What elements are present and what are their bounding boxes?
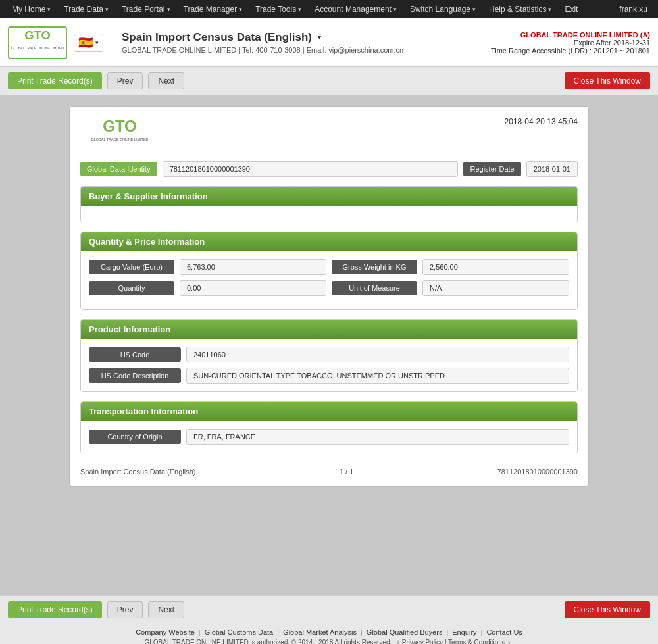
transportation-body: Country of Origin FR, FRA, FRANCE bbox=[81, 421, 577, 453]
transportation-section: Transportation Information Country of Or… bbox=[80, 401, 578, 453]
prev-button-top[interactable]: Prev bbox=[107, 72, 143, 89]
product-header: Product Information bbox=[81, 320, 577, 339]
close-button-bottom[interactable]: Close This Window bbox=[565, 601, 650, 618]
footer-global-market[interactable]: Global Market Analysis bbox=[283, 628, 357, 636]
buyer-supplier-section: Buyer & Supplier Information bbox=[80, 186, 578, 222]
bottom-action-bar: Print Trade Record(s) Prev Next Close Th… bbox=[0, 595, 658, 624]
account-area: GLOBAL TRADE ONLINE LIMITED (A) Expire A… bbox=[491, 31, 650, 55]
hs-code-desc-label: HS Code Description bbox=[89, 368, 181, 383]
header-bar: GTO GLOBAL TRADE ONLINE LIMITED 🇪🇸 ▾ Spa… bbox=[0, 18, 658, 67]
site-footer: Company Website | Global Customs Data | … bbox=[0, 624, 658, 644]
card-logo: GTO GLOBAL TRADE ONLINE LIMITED bbox=[80, 117, 159, 152]
top-action-bar: Print Trade Record(s) Prev Next Close Th… bbox=[0, 67, 658, 95]
footer-contact-us[interactable]: Contact Us bbox=[486, 628, 522, 636]
header-title-area: Spain Import Census Data (English) ▾ GLO… bbox=[122, 31, 491, 54]
nav-trade-manager-arrow: ▾ bbox=[239, 6, 242, 12]
nav-my-home-arrow: ▾ bbox=[47, 6, 51, 12]
logo-area: GTO GLOBAL TRADE ONLINE LIMITED 🇪🇸 ▾ bbox=[8, 26, 103, 59]
nav-trade-manager[interactable]: Trade Manager ▾ bbox=[177, 0, 249, 18]
prev-button-bottom[interactable]: Prev bbox=[107, 601, 143, 618]
record-timestamp: 2018-04-20 13:45:04 bbox=[505, 117, 578, 126]
footer-global-buyers[interactable]: Global Qualified Buyers bbox=[367, 628, 443, 636]
footer-global-customs[interactable]: Global Customs Data bbox=[205, 628, 274, 636]
footer-terms-link[interactable]: Terms & Conditions bbox=[448, 639, 505, 644]
qp-col-quantity: Quantity 0.00 bbox=[89, 280, 326, 296]
nav-account-arrow: ▾ bbox=[393, 6, 397, 12]
footer-sep-5: | bbox=[481, 628, 483, 636]
gross-weight-label: Gross Weight in KG bbox=[332, 260, 417, 274]
flag-icon: 🇪🇸 bbox=[78, 36, 93, 50]
record-footer-center: 1 / 1 bbox=[340, 468, 353, 476]
hs-code-row: HS Code 24011060 bbox=[89, 347, 569, 362]
ldr-range: Time Range Accessible (LDR) : 201201 ~ 2… bbox=[491, 47, 650, 55]
nav-help-statistics[interactable]: Help & Statistics ▾ bbox=[482, 0, 558, 18]
close-button-top[interactable]: Close This Window bbox=[565, 72, 650, 89]
nav-trade-portal-arrow: ▾ bbox=[167, 6, 170, 12]
quantity-price-body: Cargo Value (Euro) 6,763.00 Gross Weight… bbox=[81, 251, 577, 309]
country-of-origin-label: Country of Origin bbox=[89, 430, 181, 444]
nav-exit[interactable]: Exit bbox=[558, 0, 584, 18]
gross-weight-value: 2,560.00 bbox=[422, 259, 569, 275]
unit-of-measure-label: Unit of Measure bbox=[332, 281, 417, 295]
footer-enquiry[interactable]: Enquiry bbox=[452, 628, 476, 636]
title-dropdown-arrow: ▾ bbox=[318, 34, 321, 41]
global-data-identity-value: 78112018010000001390 bbox=[163, 161, 459, 177]
hs-code-desc-value: SUN-CURED ORIENTAL TYPE TOBACCO, UNSTEMM… bbox=[186, 368, 569, 384]
next-button-bottom[interactable]: Next bbox=[148, 601, 184, 618]
nav-trade-portal[interactable]: Trade Portal ▾ bbox=[115, 0, 177, 18]
footer-links: Company Website | Global Customs Data | … bbox=[8, 628, 650, 636]
global-data-identity-label: Global Data Identity bbox=[80, 162, 157, 176]
card-logo-svg: GTO GLOBAL TRADE ONLINE LIMITED bbox=[80, 117, 159, 150]
buyer-supplier-body bbox=[81, 206, 577, 222]
user-display: frank.xu bbox=[614, 5, 653, 14]
hs-code-desc-row: HS Code Description SUN-CURED ORIENTAL T… bbox=[89, 368, 569, 384]
nav-account-management[interactable]: Account Management ▾ bbox=[308, 0, 403, 18]
account-company-link[interactable]: GLOBAL TRADE ONLINE LIMITED (A) bbox=[491, 31, 650, 39]
footer-privacy-link[interactable]: Privacy Policy bbox=[402, 639, 443, 644]
record-footer: Spain Import Census Data (English) 1 / 1… bbox=[80, 462, 578, 476]
quantity-label: Quantity bbox=[89, 281, 174, 295]
svg-text:GLOBAL TRADE ONLINE LIMITED: GLOBAL TRADE ONLINE LIMITED bbox=[91, 137, 148, 141]
qp-col-uom: Unit of Measure N/A bbox=[332, 280, 569, 296]
unit-of-measure-value: N/A bbox=[422, 280, 569, 296]
main-content: GTO GLOBAL TRADE ONLINE LIMITED 2018-04-… bbox=[0, 95, 658, 595]
page-title: Spain Import Census Data (English) ▾ bbox=[122, 31, 491, 44]
identity-row: Global Data Identity 7811201801000000139… bbox=[80, 161, 578, 177]
company-contact-info: GLOBAL TRADE ONLINE LIMITED | Tel: 400-7… bbox=[122, 46, 491, 54]
nav-trade-tools[interactable]: Trade Tools ▾ bbox=[249, 0, 308, 18]
cargo-value-value: 6,763.00 bbox=[180, 259, 326, 275]
svg-text:GTO: GTO bbox=[103, 117, 137, 135]
nav-my-home[interactable]: My Home ▾ bbox=[5, 0, 57, 18]
print-button-top[interactable]: Print Trade Record(s) bbox=[8, 72, 102, 89]
flag-dropdown-arrow: ▾ bbox=[95, 39, 99, 46]
product-body: HS Code 24011060 HS Code Description SUN… bbox=[81, 339, 577, 391]
qp-row-1: Cargo Value (Euro) 6,763.00 Gross Weight… bbox=[89, 259, 569, 275]
next-button-top[interactable]: Next bbox=[148, 72, 184, 89]
cargo-value-label: Cargo Value (Euro) bbox=[89, 260, 174, 274]
language-flag-dropdown[interactable]: 🇪🇸 ▾ bbox=[74, 34, 103, 52]
nav-switch-language[interactable]: Switch Language ▾ bbox=[403, 0, 482, 18]
footer-sep-4: | bbox=[446, 628, 448, 636]
register-date-value: 2018-01-01 bbox=[526, 161, 578, 177]
hs-code-value: 24011060 bbox=[186, 347, 569, 362]
transportation-header: Transportation Information bbox=[81, 402, 577, 421]
footer-copyright: GLOBAL TRADE ONLINE LIMITED is authorize… bbox=[8, 638, 650, 644]
nav-trade-data[interactable]: Trade Data ▾ bbox=[57, 0, 115, 18]
expire-date: Expire After 2018-12-31 bbox=[491, 39, 650, 47]
register-date-label: Register Date bbox=[463, 162, 520, 176]
print-button-bottom[interactable]: Print Trade Record(s) bbox=[8, 601, 102, 618]
company-logo: GTO GLOBAL TRADE ONLINE LIMITED bbox=[8, 26, 67, 59]
qp-col-cargo: Cargo Value (Euro) 6,763.00 bbox=[89, 259, 326, 275]
hs-code-label: HS Code bbox=[89, 347, 181, 362]
quantity-price-header: Quantity & Price Information bbox=[81, 232, 577, 251]
nav-language-arrow: ▾ bbox=[472, 6, 476, 12]
country-of-origin-row: Country of Origin FR, FRA, FRANCE bbox=[89, 429, 569, 445]
card-header: GTO GLOBAL TRADE ONLINE LIMITED 2018-04-… bbox=[80, 117, 578, 152]
product-section: Product Information HS Code 24011060 HS … bbox=[80, 319, 578, 392]
qp-col-gross: Gross Weight in KG 2,560.00 bbox=[332, 259, 569, 275]
qp-row-2: Quantity 0.00 Unit of Measure N/A bbox=[89, 280, 569, 296]
country-of-origin-value: FR, FRA, FRANCE bbox=[186, 429, 569, 445]
quantity-value: 0.00 bbox=[180, 280, 326, 296]
footer-sep-3: | bbox=[361, 628, 363, 636]
footer-company-website[interactable]: Company Website bbox=[136, 628, 195, 636]
